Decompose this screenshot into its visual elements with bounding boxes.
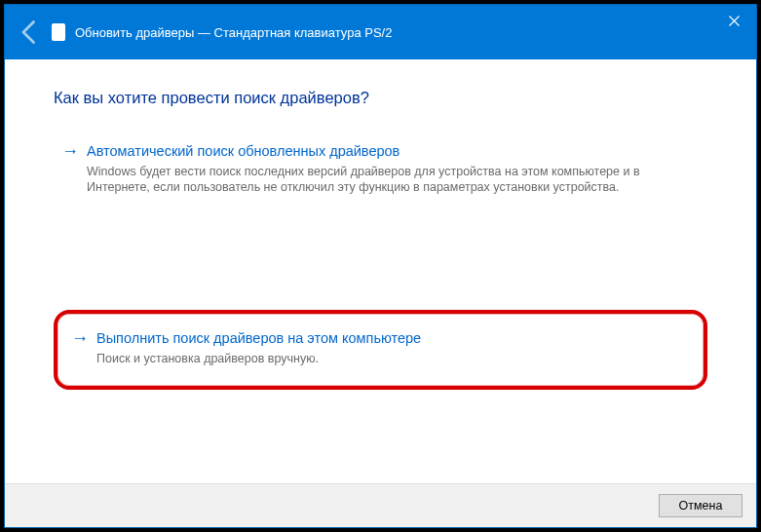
arrow-right-icon: →: [71, 327, 89, 349]
option-auto-desc: Windows будет вести поиск последних верс…: [87, 164, 700, 195]
close-icon: [729, 16, 740, 26]
page-heading: Как вы хотите провести поиск драйверов?: [54, 89, 707, 107]
arrow-left-icon: [17, 19, 44, 46]
device-icon: [52, 23, 65, 41]
driver-update-wizard-window: Обновить драйверы — Стандартная клавиату…: [4, 4, 757, 528]
option-auto-title: Автоматический поиск обновленных драйвер…: [87, 140, 700, 162]
option-browse-computer[interactable]: → Выполнить поиск драйверов на этом комп…: [63, 322, 694, 376]
titlebar: Обновить драйверы — Стандартная клавиату…: [5, 5, 756, 59]
cancel-button[interactable]: Отмена: [659, 494, 742, 517]
close-button[interactable]: [711, 5, 756, 36]
window-title: Обновить драйверы — Стандартная клавиату…: [75, 25, 392, 40]
option-manual-title: Выполнить поиск драйверов на этом компью…: [96, 327, 686, 349]
arrow-right-icon: →: [61, 140, 79, 162]
back-button[interactable]: [17, 19, 44, 46]
content-area: Как вы хотите провести поиск драйверов? …: [5, 59, 756, 483]
highlight-annotation: → Выполнить поиск драйверов на этом комп…: [54, 310, 707, 390]
footer: Отмена: [5, 483, 756, 527]
option-manual-desc: Поиск и установка драйверов вручную.: [96, 351, 686, 366]
option-auto-search[interactable]: → Автоматический поиск обновленных драйв…: [54, 134, 707, 205]
